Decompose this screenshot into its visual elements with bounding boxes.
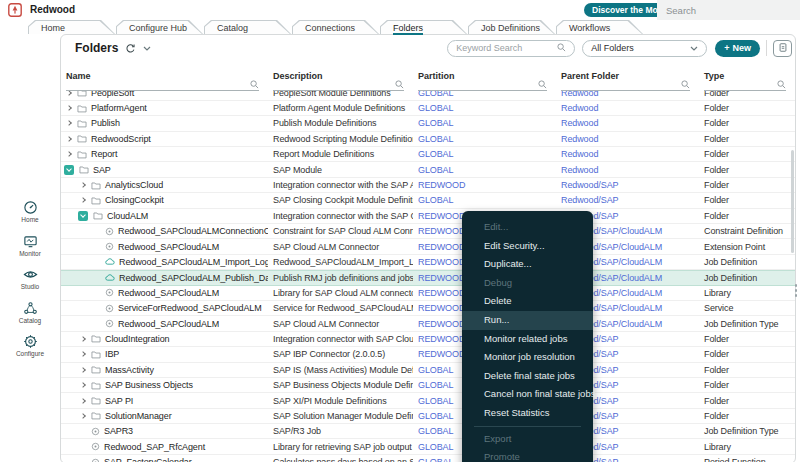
parent-folder-link[interactable]: Redwood — [561, 134, 598, 144]
partition-link[interactable]: REDWOOD — [418, 303, 465, 313]
table-row[interactable]: Redwood_SAPCloudALM_Publish_DataPublish … — [61, 270, 795, 285]
collapse-toggle-icon[interactable] — [64, 165, 74, 175]
table-row[interactable]: Redwood_SAPCloudALMLibrary for SAP Cloud… — [61, 286, 795, 301]
partition-link[interactable]: GLOBAL — [418, 426, 453, 436]
menu-item-monitor-related-jobs[interactable]: Monitor related jobs — [462, 330, 593, 349]
column-filter-input[interactable] — [66, 81, 259, 91]
table-row[interactable]: Redwood_SAPCloudALMSAP Cloud ALM Connect… — [61, 316, 795, 331]
refresh-icon[interactable] — [125, 43, 136, 54]
vertical-scrollbar-thumb[interactable] — [791, 150, 794, 253]
partition-link[interactable]: REDWOOD — [418, 211, 465, 221]
column-header-description[interactable]: Description — [268, 71, 413, 81]
table-row[interactable]: PublishPublish Module DefinitionsGLOBALR… — [61, 116, 795, 131]
partition-link[interactable]: GLOBAL — [418, 365, 453, 375]
partition-link[interactable]: GLOBAL — [418, 91, 453, 98]
partition-link[interactable]: GLOBAL — [418, 380, 453, 390]
new-button[interactable]: + New — [715, 40, 760, 57]
chevron-right-icon[interactable] — [66, 136, 72, 142]
partition-link[interactable]: REDWOOD — [418, 226, 465, 236]
column-filter-input[interactable] — [561, 81, 690, 91]
column-header-name[interactable]: Name — [61, 71, 268, 81]
partition-link[interactable]: REDWOOD — [418, 319, 465, 329]
sidebar-item-configure[interactable]: Configure — [0, 329, 60, 363]
tab-job-definitions[interactable]: Job Definitions — [468, 20, 555, 34]
partition-link[interactable]: GLOBAL — [418, 457, 453, 462]
partition-link[interactable]: GLOBAL — [418, 195, 453, 205]
tab-home[interactable]: Home — [28, 20, 115, 34]
sidebar-item-studio[interactable]: Studio — [0, 262, 60, 296]
chevron-right-icon[interactable] — [80, 398, 86, 404]
folder-scope-select[interactable]: All Folders — [582, 40, 707, 57]
menu-item-delete[interactable]: Delete — [462, 292, 593, 311]
parent-folder-link[interactable]: Redwood/SAP — [561, 195, 618, 205]
document-export-button[interactable] — [773, 40, 792, 57]
partition-link[interactable]: GLOBAL — [418, 103, 453, 113]
tab-folders[interactable]: Folders — [380, 20, 467, 34]
tab-configure-hub[interactable]: Configure Hub — [116, 20, 203, 34]
parent-folder-link[interactable]: Redwood — [561, 165, 598, 175]
table-row[interactable]: ReportReport Module DefinitionsGLOBALRed… — [61, 147, 795, 162]
menu-item-duplicate[interactable]: Duplicate... — [462, 255, 593, 274]
table-row[interactable]: AnalyticsCloudIntegration connector with… — [61, 178, 795, 193]
table-row[interactable]: CloudIntegrationIntegration connector wi… — [61, 332, 795, 347]
parent-folder-link[interactable]: Redwood — [561, 118, 598, 128]
table-row[interactable]: Redwood_SAPCloudALMSAP Cloud ALM Connect… — [61, 239, 795, 254]
sidebar-item-home[interactable]: Home — [0, 195, 60, 229]
chevron-right-icon[interactable] — [80, 198, 86, 204]
partition-link[interactable]: GLOBAL — [418, 165, 453, 175]
sidebar-item-catalog[interactable]: Catalog — [0, 296, 60, 330]
table-row[interactable]: Redwood_SAP_RfcAgentLibrary for retrievi… — [61, 439, 795, 454]
table-row[interactable]: Redwood_SAPCloudALMConnectionConstraintC… — [61, 224, 795, 239]
chevron-down-icon[interactable] — [143, 46, 151, 51]
menu-item-cancel-non-final-state-jobs[interactable]: Cancel non final state jobs — [462, 385, 593, 404]
chevron-right-icon[interactable] — [66, 105, 72, 111]
global-search-input[interactable]: Search — [657, 0, 800, 20]
parent-folder-link[interactable]: Redwood/SAP — [561, 180, 618, 190]
partition-link[interactable]: REDWOOD — [418, 349, 465, 359]
partition-link[interactable]: REDWOOD — [418, 288, 465, 298]
chevron-right-icon[interactable] — [66, 151, 72, 157]
chevron-right-icon[interactable] — [80, 413, 86, 419]
partition-link[interactable]: GLOBAL — [418, 134, 453, 144]
table-row[interactable]: SAP PISAP XI/PI Module DefinitionsGLOBAL… — [61, 393, 795, 408]
chevron-right-icon[interactable] — [80, 367, 86, 373]
menu-item-reset-statistics[interactable]: Reset Statistics — [462, 404, 593, 423]
table-row[interactable]: SAPSAP ModuleGLOBALRedwoodFolder — [61, 162, 795, 177]
column-filter-input[interactable] — [418, 81, 547, 91]
table-row[interactable]: ServiceForRedwood_SAPCloudALMService for… — [61, 301, 795, 316]
table-row[interactable]: MassActivitySAP IS (Mass Activities) Mod… — [61, 363, 795, 378]
partition-link[interactable]: GLOBAL — [418, 118, 453, 128]
keyword-search-input[interactable]: Keyword Search — [447, 40, 575, 57]
chevron-right-icon[interactable] — [80, 182, 86, 188]
table-row[interactable]: Redwood_SAPCloudALM_Import_LogsRedwood_S… — [61, 255, 795, 270]
chevron-right-icon[interactable] — [66, 91, 72, 96]
table-row[interactable]: PeopleSoftPeopleSoft Module DefinitionsG… — [61, 91, 795, 101]
table-row[interactable]: RedwoodScriptRedwood Scripting Module De… — [61, 132, 795, 147]
partition-link[interactable]: GLOBAL — [418, 149, 453, 159]
partition-link[interactable]: GLOBAL — [418, 396, 453, 406]
table-row[interactable]: SAP_FactoryCalendarCalculates pass days … — [61, 455, 795, 462]
column-filter-input[interactable] — [273, 81, 404, 91]
parent-folder-link[interactable]: Redwood — [561, 91, 598, 98]
chevron-right-icon[interactable] — [80, 382, 86, 388]
menu-item-monitor-job-resolution[interactable]: Monitor job resolution — [462, 348, 593, 367]
parent-folder-link[interactable]: Redwood — [561, 149, 598, 159]
menu-item-delete-final-state-jobs[interactable]: Delete final state jobs — [462, 367, 593, 386]
chevron-right-icon[interactable] — [80, 351, 86, 357]
parent-folder-link[interactable]: Redwood — [561, 103, 598, 113]
collapse-toggle-icon[interactable] — [78, 211, 88, 221]
partition-link[interactable]: REDWOOD — [418, 257, 465, 267]
sidebar-item-monitor[interactable]: Monitor — [0, 229, 60, 263]
table-row[interactable]: ClosingCockpitSAP Closing Cockpit Module… — [61, 193, 795, 208]
drag-handle-dots[interactable] — [794, 284, 798, 297]
partition-link[interactable]: REDWOOD — [418, 242, 465, 252]
table-row[interactable]: PlatformAgentPlatform Agent Module Defin… — [61, 101, 795, 116]
tab-connections[interactable]: Connections — [292, 20, 379, 34]
menu-item-run[interactable]: Run... — [462, 311, 593, 330]
column-header-partition[interactable]: Partition — [413, 71, 556, 81]
menu-item-edit-security[interactable]: Edit Security... — [462, 237, 593, 256]
table-row[interactable]: SAP Business ObjectsSAP Business Objects… — [61, 378, 795, 393]
chevron-right-icon[interactable] — [80, 336, 86, 342]
partition-link[interactable]: GLOBAL — [418, 442, 453, 452]
partition-link[interactable]: REDWOOD — [418, 180, 465, 190]
